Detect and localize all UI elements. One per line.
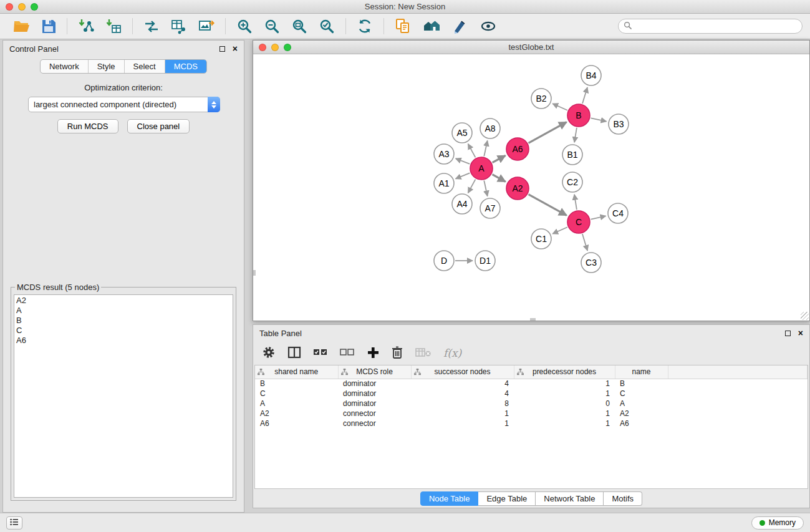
graph-edge-A-A2[interactable] <box>493 175 506 182</box>
table-row[interactable]: Bdominator41B <box>255 379 808 389</box>
close-network-icon[interactable] <box>259 44 266 51</box>
column-header-successor-nodes[interactable]: successor nodes <box>411 365 514 379</box>
graph-node-A1[interactable]: A1 <box>434 173 454 193</box>
graph-node-A7[interactable]: A7 <box>480 198 500 218</box>
select-all-button[interactable] <box>313 347 328 360</box>
optimization-criterion-select[interactable]: largest connected component (directed) <box>28 97 220 112</box>
graph-edge-B-B1[interactable] <box>574 128 577 142</box>
column-header-shared-name[interactable]: shared name <box>255 365 338 379</box>
column-header-name[interactable]: name <box>615 365 668 379</box>
graph-edge-C-C2[interactable] <box>574 195 577 210</box>
graph-edge-A2-C[interactable] <box>529 195 567 216</box>
graph-edge-A6-B[interactable] <box>529 122 567 143</box>
graph-node-B2[interactable]: B2 <box>531 89 551 109</box>
graph-node-B3[interactable]: B3 <box>609 114 629 134</box>
graph-node-C4[interactable]: C4 <box>608 203 628 223</box>
tab-motifs[interactable]: Motifs <box>604 491 642 506</box>
float-panel-icon[interactable] <box>785 331 791 336</box>
graph-edge-A-A5[interactable] <box>468 144 476 158</box>
network-table-button[interactable] <box>170 17 188 36</box>
minimize-window-icon[interactable] <box>18 3 26 11</box>
zoom-in-button[interactable] <box>235 17 254 36</box>
tab-mcds[interactable]: MCDS <box>165 60 206 73</box>
graph-edge-B-B2[interactable] <box>552 104 567 110</box>
apply-style-button[interactable] <box>451 17 470 36</box>
graph-edge-A-A4[interactable] <box>468 180 476 193</box>
graph-node-A8[interactable]: A8 <box>480 118 500 138</box>
graph-node-A5[interactable]: A5 <box>452 123 472 143</box>
save-session-button[interactable] <box>40 17 57 35</box>
home-button[interactable] <box>421 17 442 36</box>
graph-edge-A-A6[interactable] <box>493 155 506 162</box>
show-panels-button[interactable] <box>6 516 22 530</box>
graph-node-A[interactable]: A <box>470 157 493 180</box>
refresh-layout-button[interactable] <box>355 17 374 36</box>
update-network-button[interactable] <box>142 17 161 36</box>
zoom-fit-button[interactable] <box>290 17 309 36</box>
tab-style[interactable]: Style <box>88 60 124 73</box>
tab-edge-table[interactable]: Edge Table <box>478 491 536 506</box>
search-input[interactable] <box>635 22 797 31</box>
graph-node-B1[interactable]: B1 <box>562 145 582 165</box>
table-row[interactable]: Cdominator41C <box>255 389 808 399</box>
list-item[interactable]: A6 <box>16 336 231 346</box>
resize-grip[interactable] <box>801 312 809 320</box>
graph-edge-C-C4[interactable] <box>591 216 606 219</box>
delete-column-button[interactable] <box>391 346 403 361</box>
graph-node-D[interactable]: D <box>434 251 454 271</box>
graph-edge-C-C1[interactable] <box>552 227 567 234</box>
memory-button[interactable]: Memory <box>751 516 804 530</box>
graph-edge-B-B4[interactable] <box>582 87 587 104</box>
graph-edge-C-C3[interactable] <box>582 234 587 251</box>
tab-select[interactable]: Select <box>124 60 165 73</box>
minimize-network-icon[interactable] <box>271 44 279 51</box>
import-table-button[interactable] <box>104 17 123 36</box>
close-panel-icon[interactable]: × <box>233 44 238 53</box>
table-settings-button[interactable] <box>262 346 276 361</box>
float-panel-icon[interactable] <box>219 46 225 52</box>
graph-node-D1[interactable]: D1 <box>475 251 495 271</box>
table-row[interactable]: A6connector11A6 <box>255 418 808 428</box>
node-table-container[interactable]: shared name MCDS role successor nodes pr… <box>254 365 808 489</box>
unselect-all-button[interactable] <box>340 347 355 360</box>
graph-node-C2[interactable]: C2 <box>562 172 582 192</box>
graph-edge-A-A8[interactable] <box>484 141 487 157</box>
column-header-predecessor-nodes[interactable]: predecessor nodes <box>514 365 615 379</box>
delete-table-button[interactable] <box>415 346 432 360</box>
graph-edge-A-A1[interactable] <box>456 173 470 178</box>
tab-network-table[interactable]: Network Table <box>536 491 604 506</box>
run-mcds-button[interactable]: Run MCDS <box>57 119 118 133</box>
add-column-button[interactable] <box>367 346 379 360</box>
show-columns-button[interactable] <box>287 346 301 361</box>
list-item[interactable]: C <box>16 326 231 336</box>
zoom-selected-button[interactable] <box>317 17 336 36</box>
zoom-window-icon[interactable] <box>31 3 38 11</box>
graph-edge-A-A3[interactable] <box>456 158 470 164</box>
mcds-result-list[interactable]: A2 A B C A6 <box>14 294 233 498</box>
open-session-button[interactable] <box>12 17 31 35</box>
list-item[interactable]: B <box>16 316 231 326</box>
table-row[interactable]: Adominator80A <box>255 399 808 409</box>
column-header-mcds-role[interactable]: MCDS role <box>338 365 411 379</box>
open-recent-button[interactable] <box>393 17 412 36</box>
list-item[interactable]: A2 <box>16 296 231 306</box>
close-window-icon[interactable] <box>6 3 13 11</box>
close-panel-button[interactable]: Close panel <box>127 119 190 133</box>
show-hide-button[interactable] <box>478 17 498 36</box>
graph-node-C1[interactable]: C1 <box>531 229 551 249</box>
function-builder-button[interactable]: f(x) <box>443 347 461 359</box>
graph-node-A6[interactable]: A6 <box>506 138 529 160</box>
graph-node-C3[interactable]: C3 <box>581 253 601 273</box>
export-image-button[interactable] <box>197 17 216 36</box>
graph-edge-A-A7[interactable] <box>484 181 487 196</box>
graph-node-A3[interactable]: A3 <box>434 144 454 164</box>
graph-edge-B-B3[interactable] <box>591 118 607 121</box>
zoom-network-icon[interactable] <box>284 44 291 51</box>
graph-node-A2[interactable]: A2 <box>506 177 529 200</box>
graph-node-B[interactable]: B <box>567 104 590 127</box>
table-row[interactable]: A2connector11A2 <box>255 409 808 418</box>
import-network-button[interactable] <box>77 17 95 36</box>
close-panel-icon[interactable]: × <box>798 329 803 337</box>
graph-node-A4[interactable]: A4 <box>452 194 472 214</box>
network-canvas[interactable]: B4B2BB3A5A8A6B1A3AC2A1A2A4A7C4CC1C3DD1 <box>253 54 809 321</box>
